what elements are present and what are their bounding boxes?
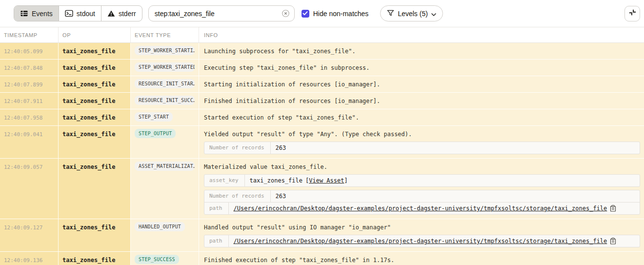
log-event-row[interactable]: 12:40:09.136taxi_zones_fileSTEP_SUCCESSF… bbox=[0, 252, 644, 265]
metadata-value: taxi_zones_file[View Asset] bbox=[245, 175, 353, 186]
copy-icon[interactable] bbox=[610, 205, 616, 212]
collapse-panel-button[interactable] bbox=[624, 6, 640, 21]
timestamp-cell[interactable]: 12:40:07.899 bbox=[0, 76, 59, 93]
levels-dropdown[interactable]: Levels (5) bbox=[380, 5, 443, 21]
log-event-row[interactable]: 12:40:07.899taxi_zones_fileRESOURCE_INIT… bbox=[0, 76, 644, 93]
event-type-cell: HANDLED_OUTPUT bbox=[131, 219, 199, 252]
info-text: Launching subprocess for "taxi_zones_fil… bbox=[204, 48, 640, 55]
header-info: INFO bbox=[199, 27, 644, 42]
metadata-value: /Users/erincochran/Desktop/dagster-examp… bbox=[229, 203, 622, 214]
timestamp-cell[interactable]: 12:40:09.127 bbox=[0, 219, 59, 252]
info-cell: Yielded output "result" of type "Any". (… bbox=[199, 126, 644, 159]
log-event-row[interactable]: 12:40:07.911taxi_zones_fileRESOURCE_INIT… bbox=[0, 93, 644, 109]
tab-events[interactable]: Events bbox=[14, 6, 59, 21]
tab-stderr[interactable]: stderr bbox=[101, 6, 142, 21]
info-cell: Launching subprocess for "taxi_zones_fil… bbox=[199, 43, 644, 60]
log-filter-searchbox bbox=[148, 5, 295, 21]
log-event-row[interactable]: 12:40:09.041taxi_zones_fileSTEP_OUTPUTYi… bbox=[0, 126, 644, 159]
log-filter-input[interactable] bbox=[155, 10, 279, 18]
info-text: Executing step "taxi_zones_file" in subp… bbox=[204, 64, 640, 72]
clear-filter-icon[interactable] bbox=[282, 9, 290, 18]
op-cell: taxi_zones_file bbox=[59, 43, 131, 60]
metadata-value-text: 263 bbox=[276, 144, 286, 152]
log-table-body: 12:40:05.099taxi_zones_fileSTEP_WORKER_S… bbox=[0, 43, 644, 265]
metadata-table: Number of records263 bbox=[204, 142, 640, 154]
info-cell: Starting initialization of resources [io… bbox=[199, 76, 644, 93]
timestamp-cell[interactable]: 12:40:07.911 bbox=[0, 93, 59, 109]
view-asset-wrapper: [View Asset] bbox=[305, 177, 348, 184]
info-text: Starting initialization of resources [io… bbox=[204, 81, 640, 88]
info-text: Yielded output "result" of type "Any". (… bbox=[204, 131, 640, 138]
table-icon bbox=[20, 10, 28, 17]
log-event-row[interactable]: 12:40:05.099taxi_zones_fileSTEP_WORKER_S… bbox=[0, 43, 644, 60]
filter-icon bbox=[387, 9, 394, 18]
metadata-row: path/Users/erincochran/Desktop/dagster-e… bbox=[204, 235, 640, 247]
timestamp-cell[interactable]: 12:40:09.041 bbox=[0, 126, 59, 159]
header-op: OP bbox=[59, 27, 131, 42]
metadata-value: 263 bbox=[271, 142, 291, 154]
timestamp-cell[interactable]: 12:40:09.057 bbox=[0, 159, 59, 219]
event-type-cell: RESOURCE_INIT_STAR… bbox=[131, 76, 199, 93]
info-text: Handled output "result" using IO manager… bbox=[204, 224, 640, 231]
info-text: Finished execution of step "taxi_zones_f… bbox=[204, 257, 640, 264]
view-asset-link[interactable]: View Asset bbox=[309, 177, 344, 184]
info-cell: Finished execution of step "taxi_zones_f… bbox=[199, 252, 644, 265]
info-cell: Handled output "result" using IO manager… bbox=[199, 219, 644, 252]
event-type-badge: RESOURCE_INIT_STAR… bbox=[135, 79, 195, 88]
metadata-row: path/Users/erincochran/Desktop/dagster-e… bbox=[204, 202, 640, 214]
metadata-value: 263 bbox=[271, 190, 291, 202]
header-timestamp: TIMESTAMP bbox=[0, 27, 59, 42]
path-link[interactable]: /Users/erincochran/Desktop/dagster-examp… bbox=[234, 204, 607, 212]
log-event-row[interactable]: 12:40:07.848taxi_zones_fileSTEP_WORKER_S… bbox=[0, 60, 644, 76]
timestamp-cell[interactable]: 12:40:09.136 bbox=[0, 252, 59, 265]
info-text: Started execution of step "taxi_zones_fi… bbox=[204, 114, 640, 122]
tab-stderr-label: stderr bbox=[119, 10, 136, 18]
info-cell: Materialized value taxi_zones_file.asset… bbox=[199, 159, 644, 219]
event-type-cell: STEP_OUTPUT bbox=[131, 126, 199, 159]
chevron-down-icon bbox=[431, 10, 436, 18]
metadata-table: asset_keytaxi_zones_file[View Asset] bbox=[204, 174, 640, 187]
log-event-row[interactable]: 12:40:09.057taxi_zones_fileASSET_MATERIA… bbox=[0, 159, 644, 219]
event-type-badge: STEP_OUTPUT bbox=[135, 129, 176, 138]
metadata-row: Number of records263 bbox=[204, 142, 640, 154]
copy-icon[interactable] bbox=[610, 238, 616, 245]
log-toolbar: Events stdout stderr Hide non-matches bbox=[0, 0, 644, 27]
metadata-key: path bbox=[204, 235, 229, 247]
event-type-badge: RESOURCE_INIT_SUCC… bbox=[135, 96, 195, 105]
info-cell: Executing step "taxi_zones_file" in subp… bbox=[199, 60, 644, 76]
metadata-key: Number of records bbox=[204, 190, 271, 202]
hide-non-matches-label: Hide non-matches bbox=[313, 10, 369, 18]
timestamp-cell[interactable]: 12:40:05.099 bbox=[0, 43, 59, 60]
op-cell: taxi_zones_file bbox=[59, 60, 131, 76]
metadata-value-text: 263 bbox=[276, 192, 286, 200]
event-type-badge: STEP_WORKER_STARTED bbox=[135, 62, 195, 72]
tab-stdout[interactable]: stdout bbox=[59, 6, 101, 21]
event-type-cell: RESOURCE_INIT_SUCC… bbox=[131, 93, 199, 109]
op-cell: taxi_zones_file bbox=[59, 126, 131, 159]
event-type-cell: ASSET_MATERIALIZAT… bbox=[131, 159, 199, 219]
terminal-icon bbox=[65, 10, 73, 17]
op-cell: taxi_zones_file bbox=[59, 109, 131, 126]
metadata-key: asset_key bbox=[204, 175, 245, 186]
log-event-row[interactable]: 12:40:09.127taxi_zones_fileHANDLED_OUTPU… bbox=[0, 219, 644, 252]
log-event-row[interactable]: 12:40:07.958taxi_zones_fileSTEP_STARTSta… bbox=[0, 109, 644, 126]
event-type-cell: STEP_SUCCESS bbox=[131, 252, 199, 265]
event-type-badge: HANDLED_OUTPUT bbox=[135, 222, 185, 231]
op-cell: taxi_zones_file bbox=[59, 159, 131, 219]
timestamp-cell[interactable]: 12:40:07.848 bbox=[0, 60, 59, 76]
hide-non-matches-checkbox[interactable] bbox=[302, 10, 309, 18]
collapse-icon bbox=[628, 8, 637, 19]
op-cell: taxi_zones_file bbox=[59, 93, 131, 109]
metadata-key: Number of records bbox=[204, 142, 271, 154]
info-text: Finished initialization of resources [io… bbox=[204, 98, 640, 105]
info-cell: Started execution of step "taxi_zones_fi… bbox=[199, 109, 644, 126]
event-type-cell: STEP_WORKER_STARTI… bbox=[131, 43, 199, 60]
op-cell: taxi_zones_file bbox=[59, 76, 131, 93]
log-view-tabs: Events stdout stderr bbox=[14, 5, 142, 21]
op-cell: taxi_zones_file bbox=[59, 219, 131, 252]
path-link[interactable]: /Users/erincochran/Desktop/dagster-examp… bbox=[234, 237, 607, 245]
header-event-type: EVENT TYPE bbox=[131, 27, 199, 42]
metadata-table: path/Users/erincochran/Desktop/dagster-e… bbox=[204, 235, 640, 247]
timestamp-cell[interactable]: 12:40:07.958 bbox=[0, 109, 59, 126]
metadata-row: Number of records263 bbox=[204, 190, 640, 202]
